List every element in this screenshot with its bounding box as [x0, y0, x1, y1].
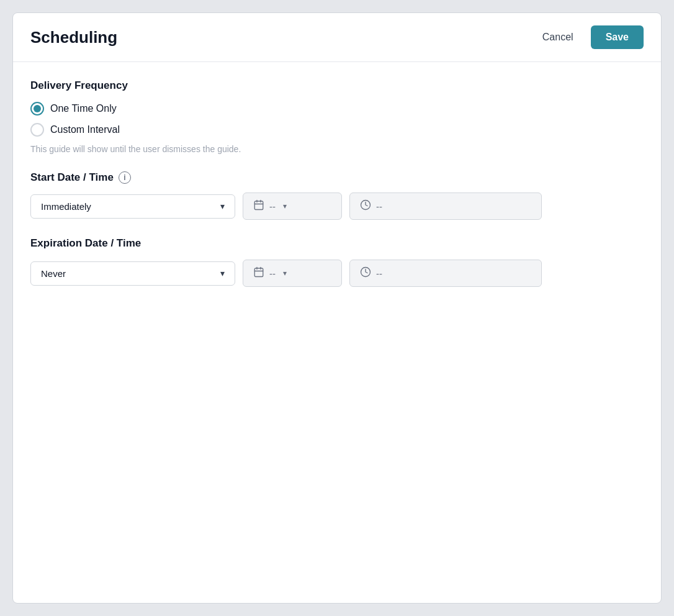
start-timing-chevron-icon: ▾ [220, 201, 225, 211]
start-date-time-title: Start Date / Time [30, 171, 114, 184]
start-date-time-row: Immediately ▾ -- ▾ [30, 192, 644, 220]
expiration-date-chevron-icon: ▾ [283, 269, 287, 278]
expiration-date-time-row: Never ▾ -- ▾ [30, 260, 644, 287]
expiration-timing-value: Never [41, 268, 66, 279]
expiration-timing-chevron-icon: ▾ [220, 268, 225, 278]
expiration-calendar-icon [253, 266, 264, 280]
expiration-date-picker[interactable]: -- ▾ [243, 260, 342, 287]
modal-header: Scheduling Cancel Save [13, 13, 661, 62]
start-label-row: Start Date / Time i [30, 171, 644, 184]
modal-body: Delivery Frequency One Time Only Custom … [13, 62, 661, 322]
delivery-frequency-title: Delivery Frequency [30, 79, 644, 92]
modal-title: Scheduling [30, 28, 117, 47]
start-time-field: -- [349, 192, 542, 220]
expiration-time-field: -- [349, 260, 542, 287]
start-date-time-section: Start Date / Time i Immediately ▾ [30, 171, 644, 220]
start-timing-dropdown[interactable]: Immediately ▾ [30, 194, 235, 219]
svg-rect-5 [254, 268, 263, 277]
start-clock-icon [360, 199, 371, 213]
expiration-clock-icon [360, 266, 371, 280]
scheduling-modal: Scheduling Cancel Save Delivery Frequenc… [12, 12, 662, 604]
expiration-time-placeholder: -- [376, 268, 382, 279]
custom-interval-label: Custom Interval [50, 124, 120, 135]
expiration-timing-dropdown[interactable]: Never ▾ [30, 261, 235, 286]
expiration-date-time-title: Expiration Date / Time [30, 237, 644, 250]
expiration-date-time-section: Expiration Date / Time Never ▾ [30, 237, 644, 287]
one-time-radio[interactable] [30, 102, 44, 116]
header-actions: Cancel Save [535, 25, 644, 49]
custom-interval-option[interactable]: Custom Interval [30, 123, 644, 137]
start-date-picker[interactable]: -- ▾ [243, 192, 342, 220]
start-info-icon: i [119, 171, 131, 184]
expiration-date-placeholder: -- [269, 268, 276, 279]
frequency-radio-group: One Time Only Custom Interval [30, 102, 644, 137]
start-calendar-icon [253, 199, 264, 213]
start-date-chevron-icon: ▾ [283, 202, 287, 211]
start-date-placeholder: -- [269, 201, 276, 212]
custom-interval-radio[interactable] [30, 123, 44, 137]
save-button[interactable]: Save [591, 25, 644, 49]
delivery-frequency-helper: This guide will show until the user dism… [30, 144, 644, 154]
one-time-label: One Time Only [50, 103, 117, 114]
delivery-frequency-section: Delivery Frequency One Time Only Custom … [30, 79, 644, 154]
one-time-option[interactable]: One Time Only [30, 102, 644, 116]
start-timing-value: Immediately [41, 201, 91, 212]
start-time-placeholder: -- [376, 201, 382, 212]
svg-rect-0 [254, 201, 263, 210]
cancel-button[interactable]: Cancel [535, 27, 581, 48]
